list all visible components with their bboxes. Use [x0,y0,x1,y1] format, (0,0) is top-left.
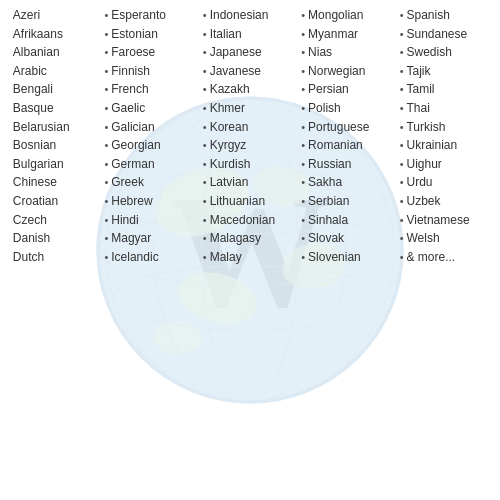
list-item: •Czech [6,211,100,230]
bullet-icon: • [400,80,404,98]
list-item: •Malay [203,248,297,267]
language-label: Danish [13,229,50,248]
bullet-icon: • [104,155,108,173]
language-label: Tajik [406,62,430,81]
language-label: Bulgarian [13,155,64,174]
bullet-icon: • [104,80,108,98]
language-label: Mongolian [308,6,363,25]
bullet-icon: • [203,248,207,266]
list-item: •French [104,80,198,99]
list-item: •Mongolian [301,6,395,25]
bullet-icon: • [203,173,207,191]
list-item: •Greek [104,173,198,192]
list-item: •Hindi [104,211,198,230]
language-label: Gaelic [111,99,145,118]
language-label: Urdu [406,173,432,192]
bullet-icon: • [104,229,108,247]
language-label: Russian [308,155,351,174]
language-label: Icelandic [111,248,158,267]
list-item: •Kazakh [203,80,297,99]
bullet-icon: • [104,62,108,80]
language-label: German [111,155,154,174]
language-label: Thai [406,99,429,118]
language-label: Spanish [406,6,449,25]
language-label: Italian [210,25,242,44]
language-column-0: •Azeri•Afrikaans•Albanian•Arabic•Bengali… [4,6,102,494]
list-item: •Welsh [400,229,494,248]
language-label: & more... [406,248,455,267]
bullet-icon: • [400,25,404,43]
language-label: Romanian [308,136,363,155]
language-label: Kurdish [210,155,251,174]
language-column-2: •Indonesian•Italian•Japanese•Javanese•Ka… [201,6,299,494]
bullet-icon: • [400,155,404,173]
language-label: Hindi [111,211,138,230]
language-label: Indonesian [210,6,269,25]
list-item: •Spanish [400,6,494,25]
language-label: Tamil [406,80,434,99]
language-label: Latvian [210,173,249,192]
bullet-icon: • [301,211,305,229]
language-label: Uighur [406,155,441,174]
list-item: •Sundanese [400,25,494,44]
list-item: •Serbian [301,192,395,211]
language-label: Azeri [13,6,40,25]
list-item: •Finnish [104,62,198,81]
list-item: •Arabic [6,62,100,81]
bullet-icon: • [203,6,207,24]
list-item: •Khmer [203,99,297,118]
language-column-3: •Mongolian•Myanmar•Nias•Norwegian•Persia… [299,6,397,494]
list-item: •Sinhala [301,211,395,230]
bullet-icon: • [203,229,207,247]
language-label: Nias [308,43,332,62]
list-item: •Faroese [104,43,198,62]
bullet-icon: • [400,229,404,247]
list-item: •Vietnamese [400,211,494,230]
list-item: •Bengali [6,80,100,99]
language-label: Galician [111,118,154,137]
bullet-icon: • [104,99,108,117]
language-label: Magyar [111,229,151,248]
list-item: •Japanese [203,43,297,62]
language-label: Portuguese [308,118,369,137]
language-label: Swedish [406,43,451,62]
language-label: Norwegian [308,62,365,81]
language-label: Ukrainian [406,136,457,155]
language-column-4: •Spanish•Sundanese•Swedish•Tajik•Tamil•T… [398,6,496,494]
bullet-icon: • [203,192,207,210]
list-item: •Esperanto [104,6,198,25]
bullet-icon: • [301,155,305,173]
list-item: •Slovak [301,229,395,248]
list-item: •Georgian [104,136,198,155]
list-item: •Korean [203,118,297,137]
list-item: •Kyrgyz [203,136,297,155]
list-item: •Swedish [400,43,494,62]
list-item: •Persian [301,80,395,99]
list-item: •Italian [203,25,297,44]
language-label: Esperanto [111,6,166,25]
bullet-icon: • [400,136,404,154]
language-label: Albanian [13,43,60,62]
bullet-icon: • [301,118,305,136]
language-label: Sinhala [308,211,348,230]
list-item: •Portuguese [301,118,395,137]
bullet-icon: • [203,99,207,117]
language-label: Macedonian [210,211,275,230]
list-item: •Tamil [400,80,494,99]
language-label: Georgian [111,136,160,155]
list-item: •Estonian [104,25,198,44]
language-label: Greek [111,173,144,192]
bullet-icon: • [400,211,404,229]
list-item: •Galician [104,118,198,137]
language-label: Croatian [13,192,58,211]
language-label: Vietnamese [406,211,469,230]
list-item: •Myanmar [301,25,395,44]
language-label: Welsh [406,229,439,248]
list-item: •Uighur [400,155,494,174]
language-label: Belarusian [13,118,70,137]
bullet-icon: • [400,62,404,80]
language-label: Myanmar [308,25,358,44]
bullet-icon: • [400,118,404,136]
bullet-icon: • [203,62,207,80]
bullet-icon: • [104,211,108,229]
